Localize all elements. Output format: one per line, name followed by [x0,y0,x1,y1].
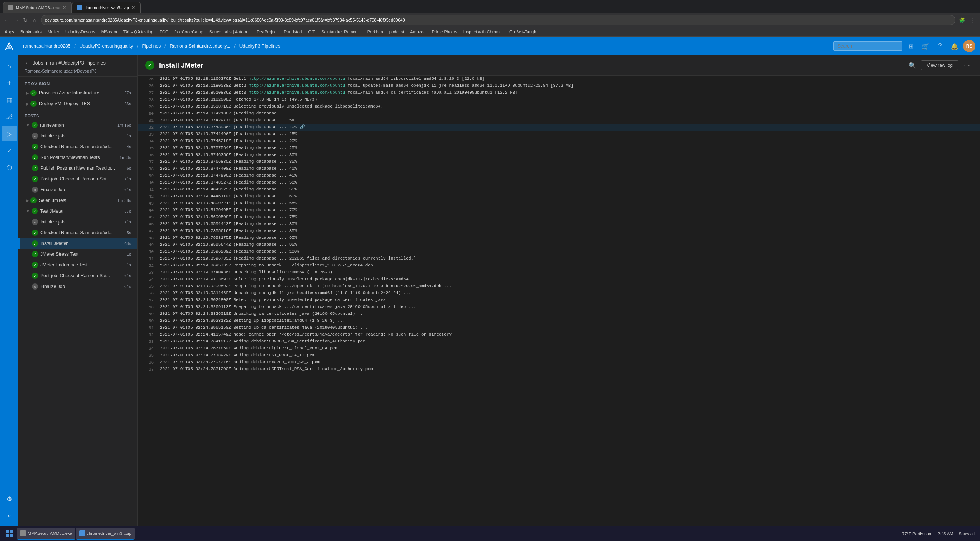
menu-button[interactable]: ⋮ [968,16,977,24]
log-line: 552021-07-01T05:02:19.9299592Z Preparing… [138,283,980,290]
search-input[interactable] [833,41,902,51]
bookmark-porkbun[interactable]: Porkbun [366,29,385,35]
nav-icon-testplans[interactable]: ✓ [2,143,17,158]
bookmark-podcast[interactable]: podcast [388,29,406,35]
line-text: 2021-07-01T05:02:19.7355616Z (Reading da… [160,228,297,234]
view-raw-log-button[interactable]: View raw log [921,60,958,70]
taskbar-app-2[interactable]: chromedriver_win3...zip [76,528,135,540]
sidebar-item-endurance-test[interactable]: ✓ JMeter Endurance Test 1s [18,260,137,270]
sidebar-back-button[interactable]: ← Jobs in run #UdacityP3 Pipelines [25,60,131,66]
sidebar-item-runnewman[interactable]: ▼ ✓ runnewman 1m 16s [18,120,137,131]
breadcrumb-project[interactable]: UdacityP3-ensuringquality [80,43,133,49]
log-output[interactable]: 252021-07-01T05:02:18.1166376Z Get:1 htt… [138,76,980,526]
sidebar-item-install-jmeter[interactable]: ✓ Install JMeter 48s [18,238,137,249]
bookmark-bookmarks[interactable]: Bookmarks [19,29,43,35]
nav-icon-home[interactable]: ⌂ [2,58,17,74]
sidebar-item-init-job-1[interactable]: ○ Initialize job 1s [18,131,137,141]
log-line: 362021-07-01T05:02:19.3746356Z (Reading … [138,152,980,159]
bookmark-goself[interactable]: Go Self-Taught [508,29,539,35]
sidebar-item-finalize-1[interactable]: ○ Finalize Job <1s [18,184,137,195]
line-number: 30 [142,110,154,117]
breadcrumb-run[interactable]: UdacityP3 Pipelines [239,43,281,49]
azure-logo[interactable] [2,39,17,55]
breadcrumb-pipelines[interactable]: Pipelines [142,43,161,49]
log-url-link[interactable]: http://azure.archive.ubuntu.com/ubuntu [249,76,345,81]
bookmark-fcc[interactable]: FCC [158,29,170,35]
bookmark-randstad[interactable]: Randstad [282,29,303,35]
sidebar-item-init-job-2[interactable]: ○ Initialize job <1s [18,217,137,227]
line-link-icon[interactable]: 🔗 [300,125,305,129]
tab-close-2[interactable]: ✕ [131,5,136,10]
breadcrumb-org[interactable]: ramonasaintandre0285 [23,43,70,49]
deploy-vm-label: Deploy VM_Deploy_TEST [39,101,124,106]
bookmark-freecodecamp[interactable]: freeCodeCamp [173,29,205,35]
sidebar-item-deploy-vm[interactable]: ▶ ✓ Deploy VM_Deploy_TEST 23s [18,98,137,109]
bookmark-udacity[interactable]: Udacity-Devops [64,29,97,35]
bookmark-apps[interactable]: Apps [3,29,16,35]
nav-icon-boards[interactable]: ▦ [2,92,17,108]
sidebar-item-jmeter-group[interactable]: ▼ ✓ Test JMeter 57s [18,206,137,217]
shopping-cart-button[interactable]: 🛒 [919,40,932,52]
log-line: 372021-07-01T05:02:19.3766885Z (Reading … [138,159,980,165]
nav-icon-add[interactable]: + [2,75,17,91]
bookmark-git[interactable]: GIT [306,29,316,35]
grid-view-button[interactable]: ⊞ [905,40,917,52]
sidebar-item-postjob-1[interactable]: ✓ Post-job: Checkout Ramona-Sai... <1s [18,174,137,184]
sidebar-item-checkout-2[interactable]: ✓ Checkout Ramona-Saintandre/ud... 5s [18,227,137,238]
nav-icon-more[interactable]: » [2,508,17,523]
nav-icon-artifacts[interactable]: ⬡ [2,160,17,175]
address-bar[interactable]: dev.azure.com/ramonasaintandre0285/Udaci… [41,15,955,25]
taskbar-app-1[interactable]: MMASetup-AMD6...exe [17,528,75,540]
search-log-button[interactable]: 🔍 [907,60,918,71]
back-button[interactable]: ← [3,16,11,24]
line-text: 2021-07-01T05:02:19.3182008Z Fetched 37.… [160,96,317,103]
bookmark-msteam[interactable]: MSteam [100,29,119,35]
bookmark-tau[interactable]: TAU- QA testing [122,29,155,35]
log-line: 272021-07-01T05:02:18.8510886Z Get:3 htt… [138,89,980,96]
sidebar-item-finalize-2[interactable]: ○ Finalize Job <1s [18,281,137,292]
line-text: 2021-07-01T05:02:19.5130495Z (Reading da… [160,207,297,213]
status-icon-deploy: ✓ [30,101,37,107]
status-icon-selenium: ✓ [30,197,37,203]
browser-tab-1[interactable]: MMASetup-AMD6...exe ✕ [3,2,72,13]
tab-close-1[interactable]: ✕ [63,5,67,10]
sidebar-item-publish-newman[interactable]: ✓ Publish Postman Newman Results... 6s [18,163,137,174]
finalize-1-time: <1s [124,187,131,192]
bookmark-saintandre[interactable]: Saintandre, Ramon... [320,29,363,35]
install-jmeter-label: Install JMeter [40,241,124,246]
log-url-link[interactable]: http://azure.archive.ubuntu.com/ubuntu [249,83,345,88]
sidebar-item-selenium[interactable]: ▶ ✓ SeleniumTest 1m 38s [18,195,137,206]
sidebar-item-newman-tests[interactable]: ✓ Run Postman/Newman Tests 1m 3s [18,152,137,163]
more-options-button[interactable]: ⋯ [962,60,972,71]
sidebar-item-checkout-1[interactable]: ✓ Checkout Ramona-Saintandre/ud... 4s [18,141,137,152]
notification-button[interactable]: 🔔 [948,40,961,52]
refresh-button[interactable]: ↻ [22,16,29,24]
nav-icon-settings[interactable]: ⚙ [2,491,17,506]
help-button[interactable]: ? [934,40,946,52]
sidebar-item-postjob-2[interactable]: ✓ Post-job: Checkout Ramona-Sai... <1s [18,270,137,281]
home-button[interactable]: ⌂ [31,16,38,24]
show-all-button[interactable]: Show all [956,531,977,537]
log-url-link[interactable]: http://azure.archive.ubuntu.com/ubuntu [249,90,345,95]
sidebar-item-stress-test[interactable]: ✓ JMeter Stress Test 1s [18,249,137,260]
forward-button[interactable]: → [12,16,20,24]
browser-tab-2[interactable]: chromedriver_win3...zip ✕ [72,2,141,13]
line-number: 50 [142,248,154,255]
log-line: 332021-07-01T05:02:19.3744496Z (Reading … [138,131,980,138]
azure-devops-app: ⌂ + ▦ ⎇ ▷ ✓ ⬡ ⚙ » ramonasaintandre0285 /… [0,37,980,526]
log-line: 252021-07-01T05:02:18.1166376Z Get:1 htt… [138,76,980,83]
breadcrumb-pipeline-name[interactable]: Ramona-Saintandre.udacity... [170,43,231,49]
extensions-button[interactable]: 🧩 [958,16,966,24]
bookmark-testproject[interactable]: TestProject [255,29,279,35]
nav-icon-repos[interactable]: ⎇ [2,109,17,124]
bookmark-amazon[interactable]: Amazon [409,29,427,35]
sidebar-item-provision-azure[interactable]: ▶ ✓ Provision Azure Infrastructure 57s [18,88,137,98]
bookmark-primephotos[interactable]: Prime Photos [430,29,459,35]
start-button[interactable] [3,528,15,540]
line-number: 66 [142,359,154,366]
bookmark-inspect[interactable]: Inspect with Chrom... [462,29,505,35]
nav-icon-pipelines[interactable]: ▷ [2,126,17,141]
user-avatar[interactable]: RS [963,40,975,52]
bookmark-saucelabs[interactable]: Sauce Labs | Autom... [208,29,252,35]
bookmark-meijer[interactable]: Meijer [46,29,61,35]
